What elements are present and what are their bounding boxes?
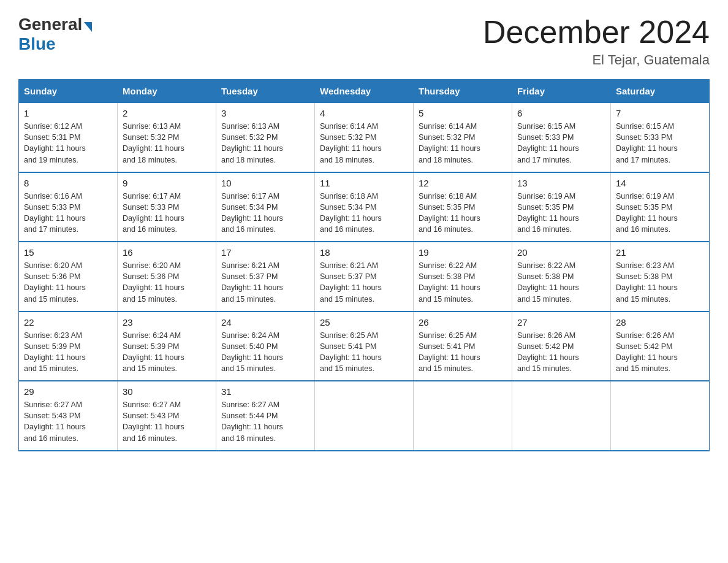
day-number: 5 [419,108,507,118]
calendar-cell-week1-day1: 2 Sunrise: 6:13 AM Sunset: 5:32 PM Dayli… [118,103,216,172]
month-year-title: December 2024 [483,15,710,50]
calendar-cell-week4-day2: 24 Sunrise: 6:24 AM Sunset: 5:40 PM Dayl… [216,312,315,381]
day-info: Sunrise: 6:27 AM Sunset: 5:43 PM Dayligh… [123,399,211,444]
day-number: 20 [517,247,605,258]
day-info: Sunrise: 6:20 AM Sunset: 5:36 PM Dayligh… [24,260,112,305]
calendar-cell-week1-day3: 4 Sunrise: 6:14 AM Sunset: 5:32 PM Dayli… [315,103,414,172]
calendar-cell-week3-day0: 15 Sunrise: 6:20 AM Sunset: 5:36 PM Dayl… [19,242,118,312]
calendar-cell-week3-day3: 18 Sunrise: 6:21 AM Sunset: 5:37 PM Dayl… [315,242,414,312]
header-sunday: Sunday [19,80,118,103]
day-number: 24 [221,317,309,327]
calendar-header-row: Sunday Monday Tuesday Wednesday Thursday… [19,80,710,103]
calendar-cell-week1-day6: 7 Sunrise: 6:15 AM Sunset: 5:33 PM Dayli… [611,103,710,172]
day-number: 6 [517,108,605,118]
calendar-cell-week2-day1: 9 Sunrise: 6:17 AM Sunset: 5:33 PM Dayli… [118,172,216,242]
calendar-cell-week5-day1: 30 Sunrise: 6:27 AM Sunset: 5:43 PM Dayl… [118,381,216,451]
day-number: 13 [517,178,605,188]
day-info: Sunrise: 6:18 AM Sunset: 5:35 PM Dayligh… [419,191,507,236]
day-info: Sunrise: 6:17 AM Sunset: 5:34 PM Dayligh… [221,191,309,236]
calendar-cell-week1-day0: 1 Sunrise: 6:12 AM Sunset: 5:31 PM Dayli… [19,103,118,172]
day-number: 2 [123,108,211,118]
calendar-cell-week2-day6: 14 Sunrise: 6:19 AM Sunset: 5:35 PM Dayl… [611,172,710,242]
logo-arrow-icon [84,22,92,32]
calendar-cell-week5-day2: 31 Sunrise: 6:27 AM Sunset: 5:44 PM Dayl… [216,381,315,451]
calendar-cell-week3-day1: 16 Sunrise: 6:20 AM Sunset: 5:36 PM Dayl… [118,242,216,312]
day-number: 31 [221,386,309,397]
day-number: 19 [419,247,507,258]
calendar-cell-week4-day6: 28 Sunrise: 6:26 AM Sunset: 5:42 PM Dayl… [611,312,710,381]
day-number: 27 [517,317,605,327]
day-number: 4 [320,108,408,118]
day-info: Sunrise: 6:19 AM Sunset: 5:35 PM Dayligh… [616,191,704,236]
header-friday: Friday [512,80,611,103]
day-info: Sunrise: 6:21 AM Sunset: 5:37 PM Dayligh… [320,260,408,305]
title-section: December 2024 El Tejar, Guatemala [483,15,710,68]
calendar-cell-week5-day5 [512,381,611,451]
day-info: Sunrise: 6:20 AM Sunset: 5:36 PM Dayligh… [123,260,211,305]
day-info: Sunrise: 6:27 AM Sunset: 5:43 PM Dayligh… [24,399,112,444]
day-info: Sunrise: 6:12 AM Sunset: 5:31 PM Dayligh… [24,121,112,166]
day-number: 16 [123,247,211,258]
calendar-cell-week3-day6: 21 Sunrise: 6:23 AM Sunset: 5:38 PM Dayl… [611,242,710,312]
day-info: Sunrise: 6:26 AM Sunset: 5:42 PM Dayligh… [616,330,704,375]
logo-general-text: General [18,15,82,34]
calendar-cell-week2-day2: 10 Sunrise: 6:17 AM Sunset: 5:34 PM Dayl… [216,172,315,242]
header-tuesday: Tuesday [216,80,315,103]
day-number: 18 [320,247,408,258]
day-number: 28 [616,317,704,327]
header-thursday: Thursday [414,80,512,103]
day-number: 9 [123,178,211,188]
page-header: General Blue December 2024 El Tejar, Gua… [18,15,710,68]
day-info: Sunrise: 6:23 AM Sunset: 5:39 PM Dayligh… [24,330,112,375]
day-number: 11 [320,178,408,188]
calendar-table: Sunday Monday Tuesday Wednesday Thursday… [18,79,710,451]
day-info: Sunrise: 6:24 AM Sunset: 5:39 PM Dayligh… [123,330,211,375]
calendar-cell-week2-day3: 11 Sunrise: 6:18 AM Sunset: 5:34 PM Dayl… [315,172,414,242]
calendar-cell-week1-day5: 6 Sunrise: 6:15 AM Sunset: 5:33 PM Dayli… [512,103,611,172]
day-number: 23 [123,317,211,327]
calendar-cell-week5-day6 [611,381,710,451]
calendar-cell-week4-day1: 23 Sunrise: 6:24 AM Sunset: 5:39 PM Dayl… [118,312,216,381]
day-info: Sunrise: 6:15 AM Sunset: 5:33 PM Dayligh… [517,121,605,166]
calendar-cell-week2-day4: 12 Sunrise: 6:18 AM Sunset: 5:35 PM Dayl… [414,172,512,242]
day-info: Sunrise: 6:13 AM Sunset: 5:32 PM Dayligh… [123,121,211,166]
day-number: 21 [616,247,704,258]
header-wednesday: Wednesday [315,80,414,103]
day-number: 1 [24,108,112,118]
day-number: 12 [419,178,507,188]
calendar-cell-week1-day4: 5 Sunrise: 6:14 AM Sunset: 5:32 PM Dayli… [414,103,512,172]
location-subtitle: El Tejar, Guatemala [483,52,710,68]
day-number: 25 [320,317,408,327]
calendar-cell-week4-day3: 25 Sunrise: 6:25 AM Sunset: 5:41 PM Dayl… [315,312,414,381]
day-number: 8 [24,178,112,188]
calendar-week-row-2: 8 Sunrise: 6:16 AM Sunset: 5:33 PM Dayli… [19,172,710,242]
day-info: Sunrise: 6:13 AM Sunset: 5:32 PM Dayligh… [221,121,309,166]
calendar-cell-week3-day5: 20 Sunrise: 6:22 AM Sunset: 5:38 PM Dayl… [512,242,611,312]
day-info: Sunrise: 6:18 AM Sunset: 5:34 PM Dayligh… [320,191,408,236]
day-info: Sunrise: 6:19 AM Sunset: 5:35 PM Dayligh… [517,191,605,236]
day-info: Sunrise: 6:16 AM Sunset: 5:33 PM Dayligh… [24,191,112,236]
day-info: Sunrise: 6:17 AM Sunset: 5:33 PM Dayligh… [123,191,211,236]
day-number: 26 [419,317,507,327]
day-info: Sunrise: 6:23 AM Sunset: 5:38 PM Dayligh… [616,260,704,305]
calendar-cell-week4-day5: 27 Sunrise: 6:26 AM Sunset: 5:42 PM Dayl… [512,312,611,381]
calendar-cell-week3-day2: 17 Sunrise: 6:21 AM Sunset: 5:37 PM Dayl… [216,242,315,312]
calendar-cell-week2-day0: 8 Sunrise: 6:16 AM Sunset: 5:33 PM Dayli… [19,172,118,242]
day-info: Sunrise: 6:21 AM Sunset: 5:37 PM Dayligh… [221,260,309,305]
calendar-cell-week5-day4 [414,381,512,451]
calendar-cell-week1-day2: 3 Sunrise: 6:13 AM Sunset: 5:32 PM Dayli… [216,103,315,172]
header-monday: Monday [118,80,216,103]
calendar-cell-week4-day4: 26 Sunrise: 6:25 AM Sunset: 5:41 PM Dayl… [414,312,512,381]
calendar-week-row-3: 15 Sunrise: 6:20 AM Sunset: 5:36 PM Dayl… [19,242,710,312]
day-info: Sunrise: 6:22 AM Sunset: 5:38 PM Dayligh… [517,260,605,305]
day-number: 14 [616,178,704,188]
day-info: Sunrise: 6:25 AM Sunset: 5:41 PM Dayligh… [320,330,408,375]
day-number: 29 [24,386,112,397]
day-info: Sunrise: 6:14 AM Sunset: 5:32 PM Dayligh… [419,121,507,166]
day-info: Sunrise: 6:22 AM Sunset: 5:38 PM Dayligh… [419,260,507,305]
calendar-cell-week2-day5: 13 Sunrise: 6:19 AM Sunset: 5:35 PM Dayl… [512,172,611,242]
day-number: 30 [123,386,211,397]
logo: General Blue [18,15,92,54]
day-info: Sunrise: 6:26 AM Sunset: 5:42 PM Dayligh… [517,330,605,375]
day-info: Sunrise: 6:25 AM Sunset: 5:41 PM Dayligh… [419,330,507,375]
